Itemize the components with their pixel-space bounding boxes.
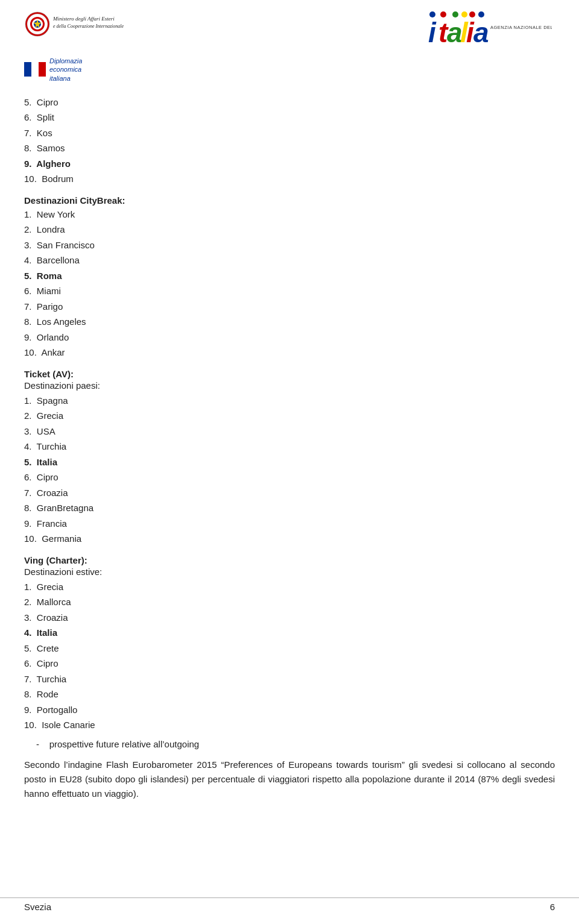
svg-text:i: i — [428, 17, 437, 48]
list-item: 8. Samos — [24, 140, 555, 156]
svg-point-15 — [440, 11, 446, 17]
ving-title: Ving (Charter): — [24, 555, 555, 565]
footer-right: 6 — [550, 902, 555, 912]
svg-point-19 — [478, 11, 484, 17]
list-item: 5. Italia — [24, 454, 555, 470]
svg-text:Ministero degli Affari Esteri: Ministero degli Affari Esteri — [52, 16, 115, 22]
enit-logo: i t a l i a AGENZIA NAZIONALE DEL TURISM… — [422, 11, 555, 62]
list-item: 2. Mallorca — [24, 594, 555, 610]
preceding-list: 5. Cipro 6. Split 7. Kos 8. Samos 9. Alg… — [24, 95, 555, 187]
diplomazia-logo: Diplomazia economica italiana — [24, 57, 82, 83]
list-item: 3. USA — [24, 424, 555, 439]
list-item: 10. Ankar — [24, 345, 555, 360]
list-item: 8. Los Angeles — [24, 314, 555, 330]
list-item: 8. Rode — [24, 687, 555, 702]
list-item: 3. San Francisco — [24, 237, 555, 253]
svg-text:AGENZIA NAZIONALE DEL TURISMO : AGENZIA NAZIONALE DEL TURISMO - ENIT — [490, 25, 552, 30]
list-item: 9. Alghero — [24, 156, 555, 172]
svg-point-14 — [429, 11, 435, 17]
list-item: 4. Turchia — [24, 439, 555, 454]
list-item: 7. Croazia — [24, 485, 555, 501]
list-item: 2. Londra — [24, 222, 555, 237]
list-item: 1. New York — [24, 207, 555, 222]
list-item: 5. Crete — [24, 641, 555, 656]
list-item: 9. Portogallo — [24, 702, 555, 718]
header-left-logos: Ministero degli Affari Esteri e della Co… — [24, 11, 136, 83]
svg-text:e della Cooperazione Internazi: e della Cooperazione Internazionale — [53, 24, 124, 29]
citybreak-section: Destinazioni CityBreak: 1. New York 2. L… — [24, 195, 555, 360]
list-item: 10. Isole Canarie — [24, 717, 555, 733]
svg-text:a: a — [473, 17, 489, 48]
list-item: 10. Bodrum — [24, 171, 555, 187]
ticket-subtitle: Destinazioni paesi: — [24, 380, 555, 391]
list-item: 8. GranBretagna — [24, 500, 555, 516]
ticket-section: Ticket (AV): Destinazioni paesi: 1. Spag… — [24, 369, 555, 547]
dash-item: - prospettive future relative all’outgoi… — [24, 737, 555, 752]
list-item: 2. Grecia — [24, 408, 555, 424]
list-item: 6. Cipro — [24, 470, 555, 485]
footer-left: Svezia — [24, 902, 51, 912]
list-item: 3. Croazia — [24, 610, 555, 626]
ving-section: Ving (Charter): Destinazioni estive: 1. … — [24, 555, 555, 733]
list-item: 4. Italia — [24, 625, 555, 641]
list-item: 1. Spagna — [24, 393, 555, 409]
list-item: 4. Barcellona — [24, 253, 555, 268]
ving-subtitle: Destinazioni estive: — [24, 567, 555, 577]
list-item: 6. Miami — [24, 283, 555, 299]
diplomazia-text: Diplomazia economica italiana — [49, 57, 82, 83]
body-paragraph: Secondo l’indagine Flash Eurobarometer 2… — [24, 758, 555, 801]
list-item: 7. Parigo — [24, 299, 555, 315]
svg-point-18 — [469, 11, 475, 17]
ticket-title: Ticket (AV): — [24, 369, 555, 379]
list-item: 1. Grecia — [24, 579, 555, 595]
list-item: 5. Roma — [24, 268, 555, 284]
list-item: 5. Cipro — [24, 95, 555, 110]
list-item: 6. Cipro — [24, 656, 555, 671]
list-item: 7. Turchia — [24, 671, 555, 687]
list-item: 9. Francia — [24, 516, 555, 532]
diplomazia-flag — [24, 62, 46, 77]
list-item: 9. Orlando — [24, 330, 555, 345]
list-item: 10. Germania — [24, 531, 555, 547]
page-header: Ministero degli Affari Esteri e della Co… — [24, 0, 555, 89]
main-content: 5. Cipro 6. Split 7. Kos 8. Samos 9. Alg… — [24, 89, 555, 802]
list-item: 6. Split — [24, 110, 555, 125]
citybreak-title: Destinazioni CityBreak: — [24, 195, 555, 206]
svg-point-16 — [452, 11, 458, 17]
page-footer: Svezia 6 — [0, 897, 579, 912]
mae-logo: Ministero degli Affari Esteri e della Co… — [24, 11, 136, 52]
svg-point-17 — [461, 11, 467, 17]
list-item: 7. Kos — [24, 125, 555, 141]
